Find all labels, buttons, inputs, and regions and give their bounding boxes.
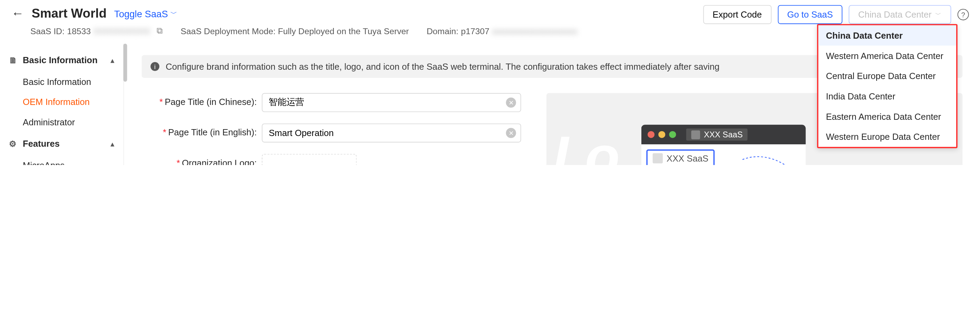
domain-blurred: xxxxxxxxxxxxxxxxxxxx	[492, 26, 578, 36]
domain-value-prefix: p17307	[461, 26, 490, 36]
sidebar-group-features[interactable]: ⚙Features ▴	[0, 132, 123, 155]
chevron-up-icon: ▴	[111, 139, 115, 148]
header: ← Smart World Toggle SaaS ﹀ Export Code …	[0, 0, 980, 44]
chip-text: XXX SaaS	[667, 153, 708, 163]
saas-id-blurred: XXXXXXXXXX	[94, 26, 150, 36]
dropdown-item-india[interactable]: India Data Center	[818, 86, 956, 106]
data-center-selected-label: China Data Center	[858, 10, 932, 20]
clear-icon[interactable]: ✕	[506, 97, 516, 107]
chevron-down-icon: ﹀	[935, 10, 941, 19]
window-max-dot	[669, 131, 676, 138]
dropdown-item-western-europe[interactable]: Western Europe Data Center	[818, 127, 956, 147]
file-icon: 🗎	[9, 55, 18, 65]
saas-chip: XXX SaaS	[646, 150, 714, 165]
sidebar: 🗎Basic Information ▴ Basic Information O…	[0, 44, 124, 165]
saas-id-value-prefix: 18533	[67, 26, 91, 36]
domain-label: Domain:	[426, 26, 458, 36]
sidebar-item-administrator[interactable]: Administrator	[0, 112, 123, 132]
page-title-cn-label: *Page Title (in Chinese):	[142, 93, 262, 107]
toggle-saas-label: Toggle SaaS	[114, 8, 168, 19]
dropdown-item-eastern-america[interactable]: Eastern America Data Center	[818, 106, 956, 127]
back-arrow-icon[interactable]: ←	[11, 6, 24, 21]
favicon-placeholder-icon	[691, 130, 700, 139]
toggle-saas-link[interactable]: Toggle SaaS ﹀	[114, 8, 178, 19]
page-title-en-label: *Page Title (in English):	[142, 124, 262, 137]
deploy-mode-meta: SaaS Deployment Mode: Fully Deployed on …	[181, 26, 409, 36]
domain-meta: Domain: p17307xxxxxxxxxxxxxxxxxxxx	[426, 26, 577, 36]
org-logo-label: *Organization Logo:	[142, 154, 262, 165]
sidebar-item-basic-information[interactable]: Basic Information	[0, 72, 123, 92]
logo-placeholder-icon	[653, 153, 663, 163]
annotation-arrow-icon	[736, 153, 875, 165]
sidebar-group-basic-info[interactable]: 🗎Basic Information ▴	[0, 49, 123, 72]
saas-id-label: SaaS ID:	[30, 26, 64, 36]
export-code-button[interactable]: Export Code	[703, 5, 772, 24]
browser-mock: XXX SaaS	[641, 124, 806, 144]
window-close-dot	[648, 131, 654, 138]
sidebar-group-label: Features	[23, 139, 60, 149]
sidebar-item-microapps[interactable]: MicroApps	[0, 155, 123, 165]
gear-icon: ⚙	[9, 139, 18, 149]
sidebar-group-label: Basic Information	[23, 55, 98, 65]
saas-id-meta: SaaS ID: 18533XXXXXXXXXX ⧉	[30, 26, 163, 36]
chevron-up-icon: ▴	[111, 56, 115, 64]
dropdown-item-western-america[interactable]: Western America Data Center	[818, 46, 956, 66]
browser-tab-mock: XXX SaaS	[686, 128, 748, 140]
help-icon[interactable]: ?	[958, 9, 969, 21]
data-center-select[interactable]: China Data Center ﹀	[849, 5, 951, 24]
dropdown-item-central-europe[interactable]: Central Europe Data Center	[818, 66, 956, 86]
chevron-down-icon: ﹀	[170, 9, 177, 19]
banner-text: Configure brand information such as the …	[166, 61, 720, 72]
data-center-dropdown: China Data Center Western America Data C…	[817, 24, 958, 148]
logo-upload-box[interactable]	[262, 154, 356, 165]
dropdown-item-china[interactable]: China Data Center	[818, 25, 956, 46]
page-title: Smart World	[32, 6, 107, 21]
page-title-en-input[interactable]	[262, 124, 521, 143]
sidebar-item-oem-information[interactable]: OEM Information	[0, 92, 123, 112]
page-title-cn-input[interactable]	[262, 93, 521, 112]
copy-icon[interactable]: ⧉	[157, 26, 163, 36]
tab-text: XXX SaaS	[704, 130, 743, 139]
info-icon: i	[150, 62, 159, 71]
window-min-dot	[658, 131, 665, 138]
clear-icon[interactable]: ✕	[506, 128, 516, 138]
go-to-saas-button[interactable]: Go to SaaS	[778, 5, 842, 24]
